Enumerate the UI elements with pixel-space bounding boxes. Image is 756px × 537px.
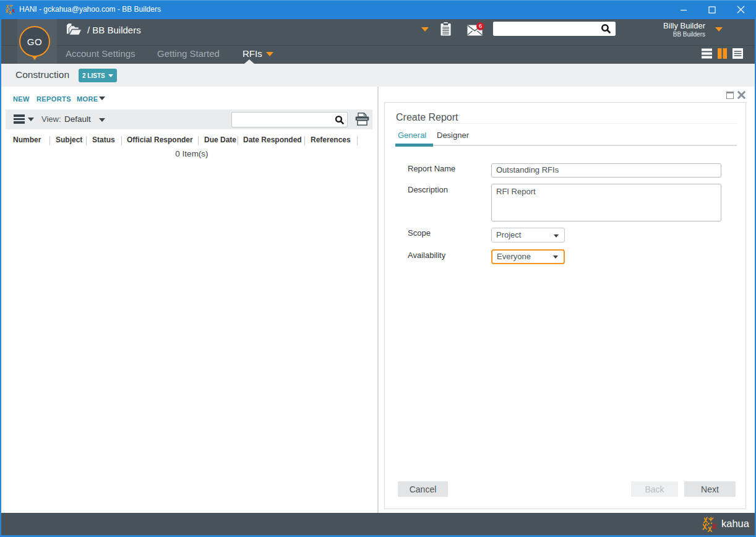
menu-icon[interactable] xyxy=(14,114,25,124)
message-count-badge: 6 xyxy=(476,22,484,30)
app-icon xyxy=(5,4,15,15)
grid-header: Number Subject Status Official Responder… xyxy=(0,135,377,147)
back-button[interactable]: Back xyxy=(631,481,678,497)
print-icon[interactable] xyxy=(355,113,369,127)
close-icon xyxy=(737,6,745,14)
col-number[interactable]: Number xyxy=(13,135,41,144)
next-button[interactable]: Next xyxy=(684,481,736,497)
view-select[interactable]: Default xyxy=(64,110,91,129)
user-name: Billy Builder xyxy=(643,21,705,31)
nav-account-settings[interactable]: Account Settings xyxy=(66,45,135,64)
panel-close-icon[interactable] xyxy=(737,91,745,99)
global-search-input[interactable] xyxy=(493,22,616,36)
breadcrumb-caret-icon[interactable] xyxy=(421,27,429,32)
titlebar: HANI - gckahua@yahoo.com - BB Builders xyxy=(0,0,756,19)
column-separator xyxy=(238,136,238,145)
breadcrumb[interactable]: / BB Builders xyxy=(87,19,141,43)
project-bar: Construction 2 LISTS xyxy=(0,64,756,87)
header: GO / BB Builders 6 Billy Builder BB Buil… xyxy=(0,19,756,64)
kahua-brand-text: kahua xyxy=(721,513,749,535)
scope-label: Scope xyxy=(408,229,431,238)
description-label: Description xyxy=(408,186,448,194)
list-search-icon[interactable] xyxy=(335,115,345,125)
column-separator xyxy=(304,136,305,145)
description-input[interactable]: RFI Report xyxy=(491,184,721,221)
lists-button[interactable]: 2 LISTS xyxy=(79,69,117,82)
more-link[interactable]: MORE xyxy=(77,95,98,104)
view-label: View: xyxy=(41,110,61,129)
col-subject[interactable]: Subject xyxy=(56,135,82,144)
list-search-input[interactable] xyxy=(231,112,348,127)
rfis-caret-icon[interactable] xyxy=(266,52,273,56)
maximize-icon xyxy=(708,6,716,14)
list-layout-icon[interactable] xyxy=(732,48,743,59)
minimize-button[interactable] xyxy=(673,0,694,19)
scope-select[interactable]: Project xyxy=(491,228,565,243)
availability-caret-icon xyxy=(553,256,558,259)
lists-caret-icon xyxy=(108,74,113,77)
empty-list-message: 0 Item(s) xyxy=(3,149,380,158)
column-separator xyxy=(357,136,358,145)
report-name-label: Report Name xyxy=(408,165,455,173)
column-separator xyxy=(49,136,50,145)
lists-button-label: 2 LISTS xyxy=(82,72,105,79)
availability-value: Everyone xyxy=(497,252,531,261)
tab-active-indicator xyxy=(395,144,433,147)
menu-caret-icon[interactable] xyxy=(28,118,34,121)
menu-icon-bar xyxy=(14,118,25,121)
new-link[interactable]: NEW xyxy=(13,95,30,104)
nav-getting-started[interactable]: Getting Started xyxy=(157,45,220,64)
col-due-date[interactable]: Due Date xyxy=(204,135,236,144)
user-menu[interactable]: Billy Builder BB Builders xyxy=(643,21,705,38)
list-toolbar: View: Default xyxy=(6,110,372,129)
search-icon[interactable] xyxy=(601,24,611,34)
col-date-responded[interactable]: Date Responded xyxy=(243,135,302,144)
kahua-logo-icon xyxy=(702,517,718,533)
folder-icon[interactable] xyxy=(66,23,82,36)
menu-icon-bar xyxy=(14,121,25,124)
col-official-responder[interactable]: Official Responder xyxy=(127,135,193,144)
user-org: BB Builders xyxy=(643,31,705,38)
column-separator xyxy=(121,136,122,145)
title-divider xyxy=(395,123,737,124)
minimize-icon xyxy=(680,6,687,14)
rows-layout-icon[interactable] xyxy=(702,48,712,59)
column-separator xyxy=(86,136,87,145)
footer-bar: kahua xyxy=(0,513,756,535)
column-separator xyxy=(198,136,199,145)
availability-label: Availability xyxy=(408,251,445,260)
tab-designer[interactable]: Designer xyxy=(437,131,469,140)
view-caret-icon[interactable] xyxy=(99,118,105,122)
window-border xyxy=(0,19,1,537)
menu-icon-bar xyxy=(14,114,25,117)
tab-general[interactable]: General xyxy=(398,131,426,140)
availability-select[interactable]: Everyone xyxy=(491,249,565,264)
active-tab-notch xyxy=(244,59,254,64)
reports-link[interactable]: REPORTS xyxy=(37,95,71,104)
scope-caret-icon xyxy=(554,234,559,238)
report-name-input[interactable]: Outstanding RFIs xyxy=(491,163,721,178)
col-references[interactable]: References xyxy=(311,135,351,144)
scope-value: Project xyxy=(496,230,521,239)
project-name: Construction xyxy=(15,64,69,87)
user-caret-icon[interactable] xyxy=(715,27,723,32)
columns-layout-icon[interactable] xyxy=(717,48,728,59)
cancel-button[interactable]: Cancel xyxy=(398,481,448,497)
nav-bar: Account Settings Getting Started RFIs xyxy=(0,45,756,64)
window-title: HANI - gckahua@yahoo.com - BB Builders xyxy=(19,0,161,19)
dialog-title: Create Report xyxy=(396,112,458,123)
tab-underline xyxy=(395,145,737,146)
popout-icon[interactable] xyxy=(726,92,734,99)
close-button[interactable] xyxy=(730,0,751,19)
maximize-button[interactable] xyxy=(702,0,723,19)
tasks-icon[interactable] xyxy=(440,22,451,36)
create-report-dialog: Create Report General Designer Report Na… xyxy=(384,102,746,509)
more-caret-icon[interactable] xyxy=(99,97,105,100)
col-status[interactable]: Status xyxy=(92,135,115,144)
